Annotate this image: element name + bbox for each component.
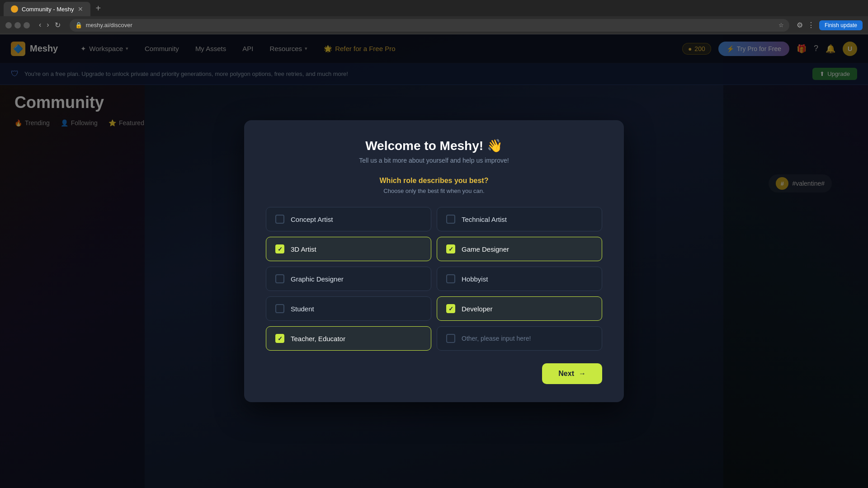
url-text: meshy.ai/discover <box>86 22 132 28</box>
checkmark-icon: ✓ <box>448 305 453 312</box>
checkbox-developer: ✓ <box>446 304 455 313</box>
tab-label: Community - Meshy <box>22 6 74 13</box>
label-technical-artist: Technical Artist <box>462 216 507 223</box>
maximize-btn[interactable] <box>14 22 21 28</box>
role-options-grid: Concept Artist Technical Artist ✓ 3D Art… <box>266 207 602 351</box>
label-teacher-educator: Teacher, Educator <box>291 335 345 343</box>
dialog-question: Which role describes you best? <box>266 177 602 185</box>
back-icon[interactable]: ‹ <box>37 20 43 30</box>
option-student[interactable]: Student <box>266 296 431 321</box>
arrow-right-icon: → <box>579 370 586 378</box>
checkmark-icon: ✓ <box>448 246 453 253</box>
refresh-icon[interactable]: ↻ <box>53 20 62 30</box>
app-background: 🔷 Meshy ✦ Workspace ▾ Community My Asset… <box>0 34 868 488</box>
option-game-designer[interactable]: ✓ Game Designer <box>437 237 602 261</box>
option-other[interactable] <box>437 326 602 351</box>
label-3d-artist: 3D Artist <box>291 245 316 253</box>
checkbox-hobbyist <box>446 274 455 283</box>
checkmark-icon: ✓ <box>278 335 283 342</box>
option-technical-artist[interactable]: Technical Artist <box>437 207 602 231</box>
checkbox-student <box>275 304 284 313</box>
browser-menu-icon[interactable]: ⋮ <box>807 21 815 29</box>
new-tab-icon[interactable]: + <box>92 3 105 14</box>
extensions-icon[interactable]: ⚙ <box>797 21 803 29</box>
tab-favicon <box>11 5 18 13</box>
tab-close-icon[interactable]: ✕ <box>78 5 83 13</box>
welcome-dialog: Welcome to Meshy! 👋 Tell us a bit more a… <box>244 120 624 402</box>
finish-update-button[interactable]: Finish update <box>819 20 863 30</box>
checkbox-other <box>446 334 455 343</box>
checkbox-graphic-designer <box>275 274 284 283</box>
checkbox-teacher-educator: ✓ <box>275 334 284 343</box>
option-developer[interactable]: ✓ Developer <box>437 296 602 321</box>
nav-arrows: ‹ › ↻ <box>37 20 62 30</box>
dialog-footer: Next → <box>266 363 602 384</box>
label-hobbyist: Hobbyist <box>462 275 488 283</box>
option-teacher-educator[interactable]: ✓ Teacher, Educator <box>266 326 431 351</box>
star-icon[interactable]: ☆ <box>778 22 784 28</box>
other-input[interactable] <box>462 335 593 342</box>
browser-chrome: ‹ › ↻ 🔒 meshy.ai/discover ☆ ⚙ ⋮ Finish u… <box>0 16 868 34</box>
lock-icon: 🔒 <box>75 22 82 28</box>
label-concept-artist: Concept Artist <box>291 216 333 223</box>
checkbox-game-designer: ✓ <box>446 244 455 253</box>
minimize-btn[interactable] <box>5 22 12 28</box>
label-student: Student <box>291 305 314 313</box>
label-developer: Developer <box>462 305 492 313</box>
dialog-subtitle: Tell us a bit more about yourself and he… <box>266 157 602 164</box>
browser-tab-bar: Community - Meshy ✕ + <box>0 0 868 16</box>
window-controls <box>5 22 30 28</box>
checkmark-icon: ✓ <box>278 246 283 253</box>
option-concept-artist[interactable]: Concept Artist <box>266 207 431 231</box>
option-hobbyist[interactable]: Hobbyist <box>437 267 602 291</box>
close-btn[interactable] <box>24 22 30 28</box>
next-button[interactable]: Next → <box>542 363 602 384</box>
checkbox-3d-artist: ✓ <box>275 244 284 253</box>
forward-icon[interactable]: › <box>45 20 51 30</box>
active-tab[interactable]: Community - Meshy ✕ <box>4 2 90 16</box>
dialog-hint: Choose only the best fit when you can. <box>266 188 602 194</box>
address-bar[interactable]: 🔒 meshy.ai/discover ☆ <box>70 19 789 32</box>
browser-extras: ⚙ ⋮ Finish update <box>797 20 863 30</box>
dialog-title: Welcome to Meshy! 👋 <box>266 138 602 153</box>
label-game-designer: Game Designer <box>462 245 509 253</box>
option-3d-artist[interactable]: ✓ 3D Artist <box>266 237 431 261</box>
option-graphic-designer[interactable]: Graphic Designer <box>266 267 431 291</box>
checkbox-technical-artist <box>446 215 455 224</box>
checkbox-concept-artist <box>275 215 284 224</box>
label-graphic-designer: Graphic Designer <box>291 275 344 283</box>
